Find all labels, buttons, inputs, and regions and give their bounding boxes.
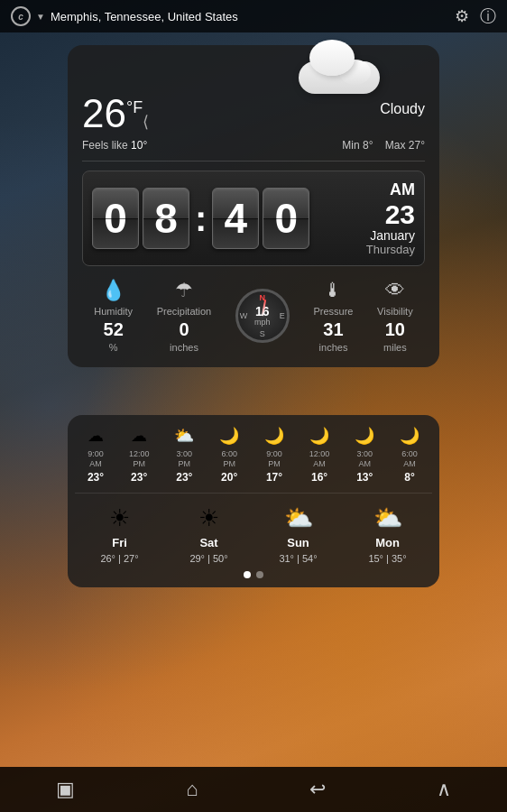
daily-item: ☀ Sat 29° | 50° (189, 504, 227, 564)
hour-weather-icon: 🌙 (400, 426, 419, 446)
hour-time: 6:00AM (401, 449, 418, 469)
precipitation-stat: ☂ Precipitation 0 inches (157, 279, 212, 353)
clock-digits: 0 8 : 4 0 (92, 188, 309, 249)
hour-weather-icon: ☁ (88, 426, 104, 446)
compass-south: S (260, 329, 265, 338)
daily-item: ⛅ Sun 31° | 54° (279, 504, 317, 564)
day-temps: 15° | 35° (368, 553, 406, 564)
top-bar-right: ⚙ ⓘ (455, 5, 496, 27)
pressure-label: Pressure (313, 306, 353, 317)
visibility-value: 10 (385, 320, 405, 338)
page-dots (75, 571, 432, 578)
forecast-widget: ☁ 9:00AM 23° ☁ 12:00PM 23° ⛅ 3:00PM 23° … (68, 415, 439, 587)
flip-clock: 0 8 : 4 0 AM 23 January Thursday (82, 171, 425, 266)
dot-2 (256, 571, 263, 578)
precipitation-label: Precipitation (157, 306, 212, 317)
day-temps: 29° | 50° (189, 553, 227, 564)
overflow-icon[interactable]: ∧ (437, 778, 451, 801)
feels-like-row: Feels like 10° Min 8° Max 27° (82, 139, 425, 161)
hour-time: 12:00PM (129, 449, 150, 469)
daily-forecast: ☀ Fri 26° | 27° ☀ Sat 29° | 50° ⛅ Sun 31… (75, 504, 432, 564)
day-weather-icon: ☀ (109, 504, 130, 532)
hour-time: 12:00AM (309, 449, 330, 469)
compass-west: W (240, 311, 248, 320)
hour-tens: 0 (92, 188, 139, 249)
humidity-label: Humidity (94, 306, 133, 317)
minmax-display: Min 8° Max 27° (342, 139, 425, 152)
feels-like-value: 10° (131, 139, 147, 152)
cloud-image (290, 40, 389, 94)
settings-icon[interactable]: ⚙ (455, 6, 469, 26)
wind-unit: mph (254, 318, 271, 327)
max-temp: 27° (409, 139, 425, 152)
hour-time: 3:00AM (356, 449, 373, 469)
info-icon[interactable]: ⓘ (480, 5, 496, 27)
clock-month: January (366, 228, 415, 243)
temperature-value: 26°F⟨ (82, 91, 149, 135)
feels-like-label: Feels like 10° (82, 139, 147, 152)
hourly-item: 🌙 9:00PM 17° (264, 426, 284, 484)
hourly-item: 🌙 6:00PM 20° (219, 426, 239, 484)
pressure-icon: 🌡 (323, 279, 343, 302)
hourly-forecast: ☁ 9:00AM 23° ☁ 12:00PM 23° ⛅ 3:00PM 23° … (75, 426, 432, 494)
temp-unit: °F (126, 98, 143, 116)
app-icon: c (11, 6, 31, 26)
hour-time: 3:00PM (177, 449, 193, 469)
hour-weather-icon: ⛅ (174, 426, 194, 446)
visibility-unit: miles (383, 342, 407, 353)
hourly-item: 🌙 6:00AM 8° (400, 426, 419, 484)
temp-arrow: ⟨ (143, 113, 149, 131)
hour-temp: 17° (266, 471, 282, 484)
clock-weekday: Thursday (366, 243, 415, 256)
temperature-display: 26°F⟨ (82, 94, 149, 134)
wind-compass: N S W E 16 mph (235, 289, 290, 343)
dot-1 (244, 571, 251, 578)
daily-item: ☀ Fri 26° | 27° (100, 504, 138, 564)
visibility-label: Visibility (377, 306, 413, 317)
back-icon[interactable]: ↩ (309, 778, 326, 801)
home-icon[interactable]: ⌂ (186, 778, 198, 801)
precipitation-value: 0 (179, 320, 189, 338)
precipitation-unit: inches (170, 342, 198, 353)
hour-weather-icon: 🌙 (264, 426, 284, 446)
visibility-icon: 👁 (385, 279, 405, 302)
humidity-value: 52 (104, 320, 124, 338)
hour-weather-icon: 🌙 (355, 426, 374, 446)
top-bar: c ▼ Memphis, Tennessee, United States ⚙ … (0, 0, 507, 32)
hour-weather-icon: ☁ (131, 426, 147, 446)
hour-temp: 16° (311, 471, 327, 484)
clock-date: AM 23 January Thursday (366, 180, 415, 256)
precipitation-icon: ☂ (175, 279, 193, 302)
weather-top: 26°F⟨ Cloudy (82, 94, 425, 134)
hour-time: 6:00PM (221, 449, 237, 469)
clock-colon: : (195, 188, 207, 249)
compass-east: E (280, 311, 285, 320)
day-name: Fri (112, 536, 127, 549)
main-weather-widget: 26°F⟨ Cloudy Feels like 10° Min 8° Max 2… (68, 45, 439, 367)
day-weather-icon: ⛅ (284, 504, 313, 532)
hourly-item: ☁ 9:00AM 23° (88, 426, 104, 484)
weather-stats: 💧 Humidity 52 % ☂ Precipitation 0 inches… (82, 279, 425, 353)
weather-condition: Cloudy (380, 101, 425, 117)
humidity-unit: % (109, 342, 118, 353)
hour-ones: 8 (143, 188, 189, 249)
hour-temp: 13° (356, 471, 373, 484)
day-weather-icon: ⛅ (373, 504, 402, 532)
temp-number: 26 (82, 91, 126, 135)
hourly-item: ⛅ 3:00PM 23° (174, 426, 194, 484)
min-tens: 4 (212, 188, 259, 249)
cloud-puff (339, 60, 371, 85)
clock-ampm: AM (366, 180, 415, 199)
min-temp: 8° (363, 139, 373, 152)
hour-temp: 8° (404, 471, 414, 484)
top-bar-left: c ▼ Memphis, Tennessee, United States (11, 6, 238, 26)
visibility-stat: 👁 Visibility 10 miles (377, 279, 413, 353)
pressure-value: 31 (323, 320, 343, 338)
day-temps: 26° | 27° (100, 553, 138, 564)
hourly-item: 🌙 12:00AM 16° (309, 426, 330, 484)
hourly-item: ☁ 12:00PM 23° (129, 426, 150, 484)
hour-time: 9:00PM (266, 449, 282, 469)
recent-apps-icon[interactable]: ▣ (56, 778, 75, 801)
hour-temp: 20° (221, 471, 237, 484)
compass-dial: N S W E 16 mph (235, 289, 290, 343)
